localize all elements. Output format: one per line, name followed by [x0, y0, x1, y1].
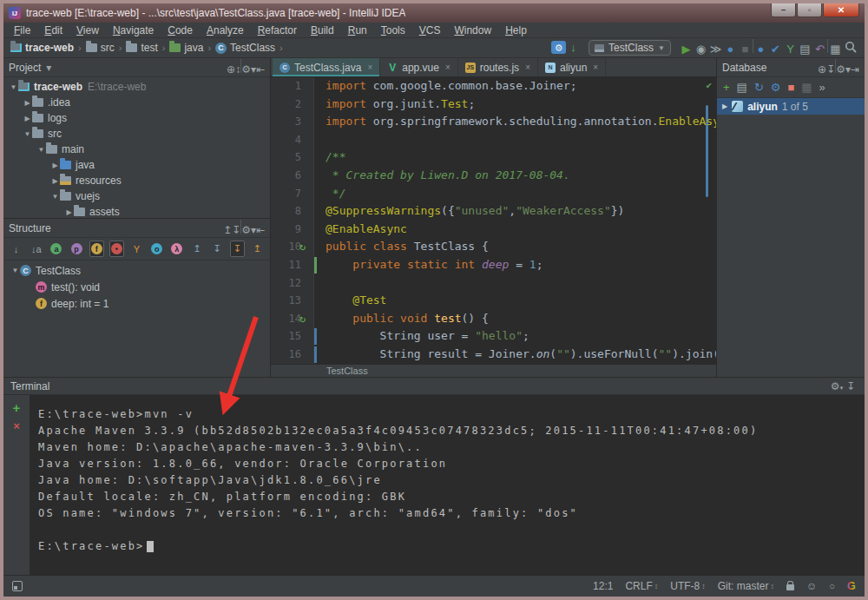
expand-all-icon[interactable]: ↥ [189, 241, 204, 257]
menu-window[interactable]: Window [447, 24, 498, 36]
menu-help[interactable]: Help [498, 24, 534, 36]
close-tab-icon[interactable]: × [367, 63, 372, 72]
tab-routes-js[interactable]: JSroutes.js× [458, 58, 538, 76]
rollback-icon[interactable]: ↶ [812, 43, 827, 56]
sort-by-visibility-icon[interactable]: ↓ [9, 241, 23, 257]
debug-icon[interactable]: ◉ [694, 43, 708, 56]
diff-icon[interactable]: ▤ [798, 43, 812, 56]
add-datasource-icon[interactable]: + [723, 81, 730, 94]
menu-analyze[interactable]: Analyze [200, 24, 251, 36]
new-session-icon[interactable]: + [13, 402, 21, 413]
menu-refactor[interactable]: Refactor [251, 24, 304, 36]
editor-breadcrumb[interactable]: TestClass [271, 364, 716, 377]
chevron-right-icon[interactable]: ▶ [23, 99, 32, 107]
gear-icon[interactable]: ⚙▾ [241, 224, 256, 236]
tab-app-vue[interactable]: Vapp.vue× [380, 58, 458, 76]
terminal-header[interactable]: Terminal ⚙▾ ↧ [3, 378, 865, 395]
hide-panel-icon[interactable]: ⇤ [256, 224, 265, 236]
close-tab-icon[interactable]: × [593, 63, 598, 72]
editor-code-area[interactable]: ✔ 1import com.google.common.base.Joiner;… [271, 77, 716, 364]
collapse-all-icon[interactable]: ↧ [232, 224, 240, 236]
autoscroll-to-source-icon[interactable]: ↧ [230, 241, 245, 257]
breadcrumb-testclass[interactable]: CTestClass [215, 42, 275, 54]
close-tab-icon[interactable]: × [525, 63, 530, 72]
hide-panel-icon[interactable]: ⇤ [256, 63, 265, 76]
chevron-down-icon[interactable]: ▼ [23, 130, 32, 138]
profiler-icon[interactable]: ● [723, 43, 738, 56]
caret-position[interactable]: 12:1 [593, 580, 613, 592]
notification-circle-icon[interactable]: ○ [829, 581, 835, 591]
autoscroll-from-source-icon[interactable]: ↥ [250, 241, 265, 257]
expand-arrow-icon[interactable]: ▶ [722, 102, 727, 110]
chevron-down-icon[interactable]: ▾ [44, 62, 53, 74]
refresh-icon[interactable]: ↻ [754, 81, 764, 94]
menu-edit[interactable]: Edit [37, 24, 69, 36]
gear-icon[interactable]: ⚙▾ [836, 63, 851, 76]
breadcrumb-trace-web[interactable]: trace-web [10, 42, 74, 54]
show-inherited-icon[interactable]: Y [129, 241, 144, 257]
run-gutter-icon[interactable]: ↻ [299, 238, 306, 256]
tree-item-main[interactable]: ▼main [3, 142, 270, 157]
title-bar[interactable]: IJ trace-web [E:\trace-web] - ...\src\te… [3, 3, 865, 23]
duplicate-icon[interactable]: ▤ [737, 81, 747, 94]
menu-view[interactable]: View [69, 24, 106, 36]
collapse-all-icon[interactable]: ↧ [210, 241, 225, 257]
chevron-down-icon[interactable]: ▼ [50, 193, 60, 201]
tree-item-java[interactable]: ▶java [3, 157, 270, 173]
coverage-icon[interactable]: ≫ [708, 43, 723, 56]
structure-item[interactable]: fdeep: int = 1 [3, 295, 270, 312]
search-everywhere-icon[interactable] [843, 41, 858, 56]
hector-inspector-icon[interactable]: ☺ [806, 580, 817, 592]
chevron-right-icon[interactable]: ▶ [64, 208, 74, 216]
structure-panel-title[interactable]: Structure [9, 222, 51, 234]
disconnect-icon[interactable]: ■ [787, 81, 794, 94]
locate-icon[interactable]: ⊕ [818, 63, 826, 76]
group-methods-icon[interactable]: o [149, 241, 164, 257]
expand-all-icon[interactable]: ↥ [223, 224, 232, 236]
more-icon[interactable]: » [819, 81, 825, 94]
profile-run-icon[interactable]: ● [753, 43, 768, 56]
close-session-icon[interactable]: × [13, 421, 20, 432]
run-configuration-select[interactable]: TestClass ▼ [589, 40, 671, 56]
chevron-right-icon[interactable]: ▶ [50, 177, 60, 185]
tree-item-idea[interactable]: ▶.idea [3, 95, 270, 110]
breadcrumb-test[interactable]: test [126, 42, 157, 54]
menu-code[interactable]: Code [161, 24, 200, 36]
terminal-output[interactable]: E:\trace-web>mvn -vApache Maven 3.3.9 (b… [30, 395, 865, 575]
chevron-down-icon[interactable]: ▼ [10, 267, 20, 274]
tree-item-logs[interactable]: ▶logs [3, 110, 270, 126]
update-project-icon[interactable]: ✔ [768, 43, 783, 56]
menu-build[interactable]: Build [304, 24, 341, 36]
project-panel-title[interactable]: Project [9, 62, 41, 74]
load-unload-icon[interactable]: ↓ [566, 41, 581, 55]
encoding-select[interactable]: UTF-8 ↕ [670, 580, 706, 592]
readonly-lock-icon[interactable] [786, 584, 794, 590]
collapse-all-icon[interactable]: ↧ [826, 63, 835, 76]
breadcrumb-java[interactable]: java [169, 42, 203, 54]
breadcrumb-src[interactable]: src [86, 42, 115, 54]
gear-icon[interactable]: ⚙▾ [830, 380, 844, 392]
tab-aliyun[interactable]: Naliyun× [538, 58, 606, 76]
locate-file-icon[interactable]: ⊕ [227, 63, 235, 76]
line-ending-select[interactable]: CRLF ↕ [625, 580, 658, 592]
chevron-down-icon[interactable]: ▼ [9, 83, 18, 91]
tree-item-vuejs[interactable]: ▼vuejs [3, 188, 270, 204]
structure-item[interactable]: ▼CTestClass [3, 262, 270, 279]
run-icon[interactable]: ▶ [679, 43, 694, 56]
menu-run[interactable]: Run [341, 24, 374, 36]
tree-item-traceweb[interactable]: ▼trace-webE:\trace-web [3, 79, 270, 95]
stop-icon[interactable]: ■ [738, 43, 753, 56]
git-branch-select[interactable]: Git: master ↕ [718, 580, 774, 592]
sync-settings-icon[interactable]: ⚙ [551, 41, 566, 54]
tree-item-resources[interactable]: ▶resources [3, 173, 270, 188]
maximize-button[interactable]: ▫ [797, 3, 822, 17]
minimize-button[interactable]: – [771, 3, 796, 17]
close-button[interactable]: ✕ [823, 3, 859, 17]
vcs-push-icon[interactable]: Y [783, 43, 798, 56]
menu-vcs[interactable]: VCS [412, 24, 448, 36]
table-view-icon[interactable]: ▦ [801, 81, 812, 94]
hide-panel-icon[interactable]: ↧ [844, 380, 858, 392]
hide-panel-icon[interactable]: ⇥ [851, 63, 859, 76]
show-non-public-icon[interactable]: • [109, 241, 124, 257]
menu-tools[interactable]: Tools [374, 24, 412, 36]
